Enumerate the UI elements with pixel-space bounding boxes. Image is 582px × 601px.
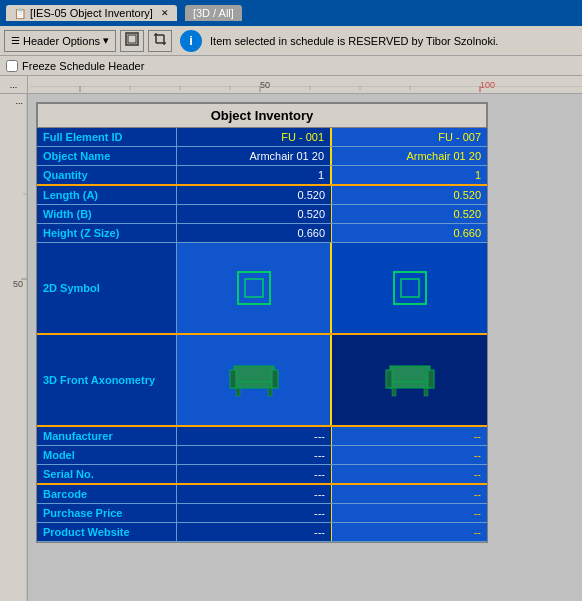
row-label: Product Website xyxy=(37,523,177,541)
row-val2: 0.520 xyxy=(332,186,487,204)
row-val2: -- xyxy=(332,446,487,464)
row-label: Object Name xyxy=(37,147,177,165)
crop-button[interactable] xyxy=(148,30,172,52)
row-val1: --- xyxy=(177,504,332,522)
row-label: Manufacturer xyxy=(37,427,177,445)
table-row: Barcode --- -- xyxy=(37,485,487,504)
header-options-label: Header Options xyxy=(23,35,100,47)
symbol-row-2d: 2D Symbol xyxy=(37,243,487,335)
row-label: Quantity xyxy=(37,166,177,184)
svg-rect-34 xyxy=(424,388,428,396)
header-options-icon: ☰ xyxy=(11,35,20,46)
symbol-label-2d: 2D Symbol xyxy=(37,243,177,333)
symbol-cell2-3d xyxy=(332,335,487,425)
row-val2: 0.520 xyxy=(332,205,487,223)
table-title: Object Inventory xyxy=(37,103,487,128)
symbol-label-3d: 3D Front Axonometry xyxy=(37,335,177,425)
ruler: ... 50 100 xyxy=(0,76,582,94)
row-val1: --- xyxy=(177,523,332,541)
main-area: ... 50 Object Inventory Full Element ID … xyxy=(0,94,582,601)
data-rows: Full Element ID FU - 001 FU - 007 Object… xyxy=(37,128,487,243)
row-val2: FU - 007 xyxy=(332,128,487,146)
svg-rect-32 xyxy=(428,370,434,388)
tab-active[interactable]: 📋 [IES-05 Object Inventory] ✕ xyxy=(6,5,177,21)
row-val1: Armchair 01 20 xyxy=(177,147,332,165)
tab-active-label: [IES-05 Object Inventory] xyxy=(30,7,153,19)
svg-rect-28 xyxy=(268,388,272,396)
table-row: Model --- -- xyxy=(37,446,487,465)
row-label: Serial No. xyxy=(37,465,177,483)
toolbar: ☰ Header Options ▾ i Item selected in sc… xyxy=(0,26,582,56)
row-val2: 0.660 xyxy=(332,224,487,242)
svg-rect-27 xyxy=(236,388,240,396)
row-label: Barcode xyxy=(37,485,177,503)
svg-rect-24 xyxy=(234,366,274,382)
table-row: Length (A) 0.520 0.520 xyxy=(37,186,487,205)
title-tabs: 📋 [IES-05 Object Inventory] ✕ [3D / All] xyxy=(6,5,576,21)
svg-rect-19 xyxy=(238,272,270,304)
row-val1: --- xyxy=(177,427,332,445)
table-row: Serial No. --- -- xyxy=(37,465,487,485)
row-val1: --- xyxy=(177,446,332,464)
svg-rect-25 xyxy=(230,370,236,388)
info-icon: i xyxy=(180,30,202,52)
svg-rect-20 xyxy=(245,279,263,297)
row-label: Width (B) xyxy=(37,205,177,223)
table-row: Width (B) 0.520 0.520 xyxy=(37,205,487,224)
svg-rect-21 xyxy=(394,272,426,304)
row-val1: 0.660 xyxy=(177,224,332,242)
svg-rect-31 xyxy=(386,370,392,388)
freeze-label: Freeze Schedule Header xyxy=(22,60,144,72)
table-row: Height (Z Size) 0.660 0.660 xyxy=(37,224,487,243)
bottom-rows: Manufacturer --- -- Model --- -- Serial … xyxy=(37,427,487,542)
crop-icon xyxy=(152,31,168,50)
row-val1: --- xyxy=(177,485,332,503)
inventory-table-wrapper: Object Inventory Full Element ID FU - 00… xyxy=(36,102,488,543)
row-label: Model xyxy=(37,446,177,464)
row-val2: -- xyxy=(332,504,487,522)
table-row: Full Element ID FU - 001 FU - 007 xyxy=(37,128,487,147)
row-val1: --- xyxy=(177,465,332,483)
table-row: Product Website --- -- xyxy=(37,523,487,542)
symbol-cell2-2d xyxy=(332,243,487,333)
svg-rect-1 xyxy=(128,35,136,43)
row-val1: 0.520 xyxy=(177,205,332,223)
select-box-icon xyxy=(124,31,140,50)
content-area[interactable]: Object Inventory Full Element ID FU - 00… xyxy=(28,94,582,601)
row-val1: 1 xyxy=(177,166,332,184)
left-ruler: ... 50 xyxy=(0,94,28,601)
table-row: Quantity 1 1 xyxy=(37,166,487,186)
row-val2: -- xyxy=(332,523,487,541)
row-label: Length (A) xyxy=(37,186,177,204)
row-val2: -- xyxy=(332,465,487,483)
svg-rect-26 xyxy=(272,370,278,388)
freeze-header-bar: Freeze Schedule Header xyxy=(0,56,582,76)
row-val2: Armchair 01 20 xyxy=(332,147,487,165)
row-label: Full Element ID xyxy=(37,128,177,146)
row-val2: -- xyxy=(332,427,487,445)
table-row: Purchase Price --- -- xyxy=(37,504,487,523)
svg-rect-33 xyxy=(392,388,396,396)
header-options-button[interactable]: ☰ Header Options ▾ xyxy=(4,30,116,52)
symbol-cell1-2d xyxy=(177,243,332,333)
row-label: Height (Z Size) xyxy=(37,224,177,242)
ruler-corner: ... xyxy=(10,80,18,90)
select-box-button[interactable] xyxy=(120,30,144,52)
table-row: Manufacturer --- -- xyxy=(37,427,487,446)
info-message: Item selected in schedule is RESERVED by… xyxy=(210,35,498,47)
row-label: Purchase Price xyxy=(37,504,177,522)
symbol-cell1-3d xyxy=(177,335,332,425)
row-val1: FU - 001 xyxy=(177,128,332,146)
svg-rect-22 xyxy=(401,279,419,297)
tab-inactive[interactable]: [3D / All] xyxy=(185,5,242,21)
freeze-checkbox[interactable] xyxy=(6,60,18,72)
tab-close-icon[interactable]: ✕ xyxy=(161,8,169,18)
dropdown-icon: ▾ xyxy=(103,34,109,47)
window-icon: 📋 xyxy=(14,8,26,19)
row-val2: -- xyxy=(332,485,487,503)
symbol-row-3d: 3D Front Axonometry xyxy=(37,335,487,427)
row-val2: 1 xyxy=(332,166,487,184)
title-bar: 📋 [IES-05 Object Inventory] ✕ [3D / All] xyxy=(0,0,582,26)
tab-inactive-label: [3D / All] xyxy=(193,7,234,19)
row-val1: 0.520 xyxy=(177,186,332,204)
